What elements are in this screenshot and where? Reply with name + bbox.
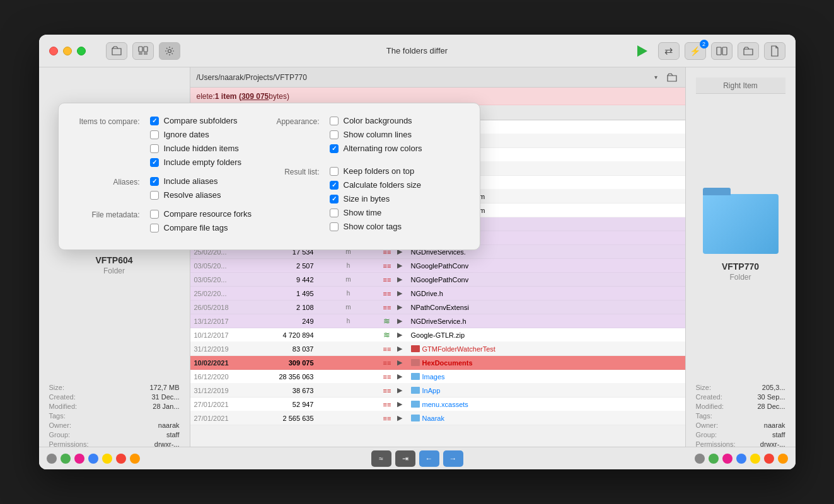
traffic-lights — [49, 47, 86, 55]
result-list-label: Result list: — [269, 166, 320, 236]
folder-icon — [411, 345, 420, 352]
diff-bars-icon: ≡≡ — [383, 276, 397, 284]
table-row[interactable]: 25/02/20... 1 495 h ≡≡ ▶ NGDrive.h — [190, 287, 685, 301]
svg-rect-1 — [144, 47, 148, 52]
resource-forks-row: Compare resource forks — [150, 209, 252, 219]
include-hidden-checkbox[interactable] — [150, 144, 159, 153]
play-button[interactable] — [632, 42, 653, 60]
main-window: The folders differ ⇄ ⚡ 2 — [39, 35, 796, 469]
alternating-rows-row: Alternating row colors — [330, 144, 422, 153]
include-aliases-checkbox[interactable] — [150, 177, 159, 186]
compare-subfolders-checkbox[interactable] — [150, 117, 159, 125]
include-aliases-label[interactable]: Include aliases — [164, 176, 218, 186]
size-in-bytes-row: Size in bytes — [330, 194, 422, 203]
svg-rect-7 — [717, 47, 721, 55]
show-column-lines-row: Show column lines — [330, 130, 422, 139]
resource-forks-label[interactable]: Compare resource forks — [164, 209, 252, 219]
folder-icon — [411, 387, 420, 394]
sync-button[interactable]: ≈ — [371, 450, 391, 467]
table-row-selected[interactable]: 10/02/2021 309 075 ≡≡ ▶ HexDocuments — [190, 356, 685, 370]
show-color-tags-label: Show color tags — [344, 222, 402, 231]
resolve-aliases-label[interactable]: Resolve aliases — [164, 190, 221, 200]
appearance-section-label: Appearance: — [269, 116, 320, 158]
show-column-lines-checkbox[interactable] — [330, 130, 339, 139]
delete-prefix: elete: — [197, 92, 215, 101]
doc-right-button[interactable] — [764, 42, 785, 60]
svg-rect-0 — [139, 47, 142, 52]
file-tags-label[interactable]: Compare file tags — [164, 223, 228, 232]
maximize-button[interactable] — [77, 47, 86, 55]
resolve-aliases-row: Resolve aliases — [150, 190, 221, 200]
color-backgrounds-checkbox[interactable] — [330, 117, 339, 125]
compare-files-button[interactable] — [132, 42, 154, 60]
show-color-tags-checkbox[interactable] — [330, 222, 339, 231]
keep-folders-top-checkbox[interactable] — [330, 167, 339, 176]
file-metadata-label: File metadata: — [74, 209, 140, 237]
delete-bytes: 309 075 — [241, 92, 269, 101]
path-browse-button[interactable] — [665, 71, 679, 84]
table-row[interactable]: 26/05/2018 2 108 m ≡≡ ▶ NPathConvExtensi — [190, 301, 685, 314]
compare-subfolders-row: Compare subfolders — [150, 116, 242, 125]
table-row[interactable]: 31/12/2019 38 673 ≡≡ ▶ InApp — [190, 384, 685, 398]
items-list: Compare subfolders Ignore dates Include … — [150, 116, 242, 171]
calc-folders-size-label: Calculate folders size — [344, 180, 422, 190]
folder-right-button[interactable] — [738, 42, 759, 60]
compare-subfolders-label[interactable]: Compare subfolders — [164, 116, 238, 125]
diff-bars-icon: ≡≡ — [383, 345, 397, 353]
settings-button[interactable] — [159, 42, 180, 60]
right-folder-type: Folder — [729, 273, 751, 282]
table-row[interactable]: 31/12/2019 83 037 ≡≡ ▶ GTMFolderWatcherT… — [190, 342, 685, 356]
left-folder-name: VFTP604 — [95, 255, 132, 265]
table-row[interactable]: 10/12/2017 4 720 894 ≋ ▶ Google-GTLR.zip — [190, 328, 685, 342]
calc-folders-size-checkbox[interactable] — [330, 181, 339, 190]
show-time-checkbox[interactable] — [330, 209, 339, 217]
include-hidden-label[interactable]: Include hidden items — [164, 144, 239, 153]
aliases-list: Include aliases Resolve aliases — [150, 176, 221, 204]
ignore-dates-label[interactable]: Ignore dates — [164, 130, 209, 139]
appearance-list: Color backgrounds Show column lines Alte… — [330, 116, 422, 158]
path-text: /Users/naarak/Projects/VFTP770 — [197, 73, 647, 82]
popup-right: Appearance: Color backgrounds Show colum… — [269, 116, 465, 237]
metadata-list: Compare resource forks Compare file tags — [150, 209, 252, 237]
path-dropdown-button[interactable]: ▾ — [651, 72, 661, 83]
svg-point-6 — [168, 49, 171, 52]
swap-button[interactable]: ⇄ — [658, 42, 680, 60]
diff-wave-icon: ≋ — [383, 330, 397, 340]
left-arrow-button[interactable]: ← — [419, 450, 439, 467]
table-row[interactable]: 03/05/20... 2 507 h ≡≡ ▶ NGooglePathConv — [190, 259, 685, 273]
right-arrow-button[interactable]: → — [443, 450, 463, 467]
table-row[interactable]: 16/12/2020 28 356 063 ≡≡ ▶ Images — [190, 370, 685, 384]
table-row[interactable]: 13/12/2017 249 h ≋ ▶ NGDriveService.h — [190, 314, 685, 328]
right-panel-header: Right Item — [696, 77, 785, 94]
flash-badge: 2 — [700, 40, 709, 49]
svg-rect-8 — [722, 47, 727, 55]
alternating-rows-checkbox[interactable] — [330, 144, 339, 153]
open-folder-button[interactable] — [106, 42, 127, 60]
split-button[interactable] — [711, 42, 733, 60]
minimize-button[interactable] — [63, 47, 72, 55]
table-row[interactable]: 27/01/2021 52 947 ≡≡ ▶ menu.xcassets — [190, 398, 685, 411]
include-aliases-row: Include aliases — [150, 176, 221, 186]
file-tags-checkbox[interactable] — [150, 224, 159, 232]
delete-suffix: bytes) — [269, 92, 289, 101]
diff-bars-icon: ≡≡ — [383, 373, 397, 381]
size-in-bytes-checkbox[interactable] — [330, 195, 339, 203]
ignore-dates-checkbox[interactable] — [150, 130, 159, 139]
diff-wave-icon: ≋ — [383, 316, 397, 326]
main-content: Items to compare: Compare subfolders Ign… — [39, 67, 796, 469]
include-empty-checkbox[interactable] — [150, 158, 159, 167]
tab-button[interactable]: ⇥ — [395, 450, 415, 467]
close-button[interactable] — [49, 47, 58, 55]
include-hidden-row: Include hidden items — [150, 144, 242, 153]
resolve-aliases-checkbox[interactable] — [150, 191, 159, 200]
keep-folders-top-label: Keep folders on top — [344, 166, 415, 176]
diff-bars-icon: ≡≡ — [383, 304, 397, 311]
include-empty-label[interactable]: Include empty folders — [164, 158, 242, 167]
resource-forks-checkbox[interactable] — [150, 210, 159, 219]
folder-icon — [411, 359, 420, 366]
flash-button-wrap: ⚡ 2 — [685, 42, 706, 60]
right-panel: Right Item VFTP770 Folder Size:205,3... … — [685, 67, 796, 469]
table-row[interactable]: 27/01/2021 2 565 635 ≡≡ ▶ Naarak — [190, 411, 685, 425]
items-label: Items to compare: — [74, 116, 140, 171]
table-row[interactable]: 03/05/20... 9 442 m ≡≡ ▶ NGooglePathConv — [190, 273, 685, 287]
